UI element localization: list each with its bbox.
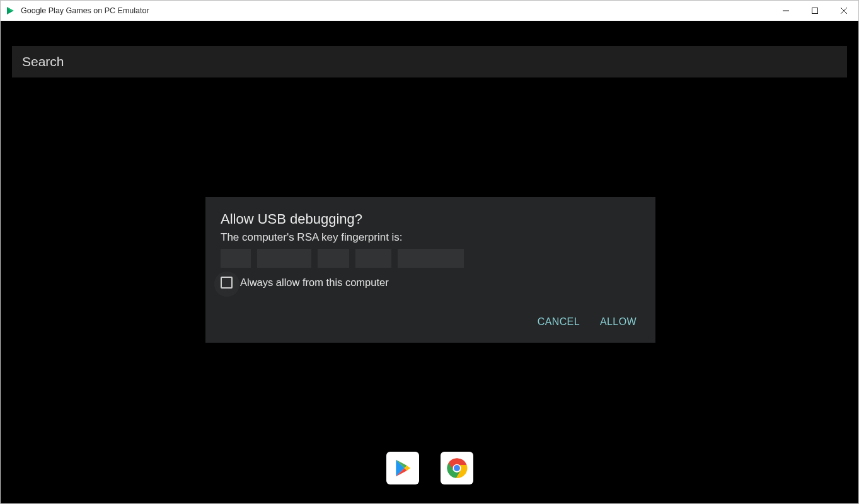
fingerprint-block bbox=[398, 249, 464, 268]
play-store-icon[interactable] bbox=[386, 452, 419, 484]
svg-rect-0 bbox=[812, 8, 818, 14]
play-games-icon bbox=[6, 6, 16, 16]
app-window: Google Play Games on PC Emulator Search … bbox=[0, 0, 859, 504]
titlebar-left: Google Play Games on PC Emulator bbox=[6, 6, 149, 16]
search-placeholder: Search bbox=[22, 54, 64, 69]
close-button[interactable] bbox=[829, 1, 858, 21]
minimize-button[interactable] bbox=[771, 1, 800, 21]
rsa-fingerprint-redacted bbox=[221, 249, 640, 268]
dialog-title: Allow USB debugging? bbox=[221, 211, 640, 227]
cancel-button[interactable]: CANCEL bbox=[536, 312, 581, 331]
always-allow-checkbox[interactable] bbox=[221, 277, 233, 289]
search-bar[interactable]: Search bbox=[12, 46, 847, 77]
dock bbox=[1, 452, 858, 484]
always-allow-label: Always allow from this computer bbox=[240, 277, 389, 289]
fingerprint-block bbox=[355, 249, 391, 268]
maximize-button[interactable] bbox=[800, 1, 829, 21]
usb-debugging-dialog: Allow USB debugging? The computer's RSA … bbox=[205, 197, 655, 343]
chrome-icon[interactable] bbox=[441, 452, 473, 484]
fingerprint-block bbox=[318, 249, 349, 268]
dialog-subtitle: The computer's RSA key fingerprint is: bbox=[221, 231, 640, 244]
emulator-screen: Search Allow USB debugging? The computer… bbox=[1, 21, 858, 503]
window-controls bbox=[771, 1, 858, 21]
fingerprint-block bbox=[257, 249, 311, 268]
allow-button[interactable]: ALLOW bbox=[599, 312, 638, 331]
always-allow-row: Always allow from this computer bbox=[221, 277, 640, 289]
dialog-actions: CANCEL ALLOW bbox=[221, 312, 640, 331]
window-title: Google Play Games on PC Emulator bbox=[21, 6, 149, 15]
svg-point-5 bbox=[454, 465, 460, 471]
titlebar: Google Play Games on PC Emulator bbox=[1, 1, 858, 21]
fingerprint-block bbox=[221, 249, 251, 268]
